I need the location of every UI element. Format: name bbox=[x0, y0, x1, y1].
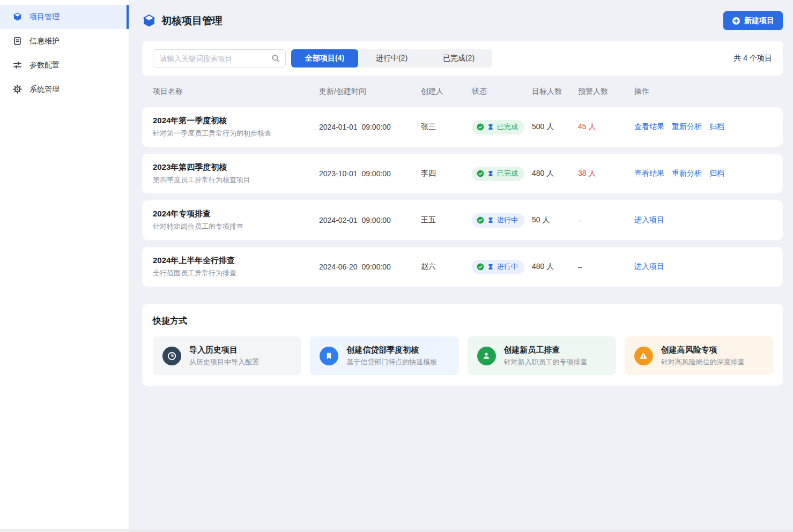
status-badge-label: 进行中 bbox=[497, 215, 518, 225]
shortcut-description: 从历史项目中导入配置 bbox=[189, 357, 259, 367]
project-name: 2023年第四季度初核 bbox=[153, 162, 319, 173]
project-description: 第四季度员工异常行为核查项目 bbox=[153, 175, 319, 185]
view-results-link[interactable]: 查看结果 bbox=[634, 122, 664, 132]
sidebar-item-project-management[interactable]: 项目管理 bbox=[0, 5, 129, 29]
status-badge: 进行中 bbox=[472, 213, 524, 228]
window-bottom-edge bbox=[0, 529, 793, 532]
target-count: 500 人 bbox=[532, 122, 578, 132]
shortcut-create-credit-dept-review[interactable]: 创建信贷部季度初核 基于信贷部门特点的快速模板 bbox=[310, 336, 458, 375]
project-description: 针对特定岗位员工的专项排查 bbox=[153, 222, 319, 231]
column-header-target: 目标人数 bbox=[532, 87, 578, 96]
status-badge-label: 已完成 bbox=[497, 122, 518, 132]
status-badge-label: 进行中 bbox=[497, 262, 518, 272]
column-header-time: 更新/创建时间 bbox=[319, 87, 421, 96]
sidebar-item-parameter-config[interactable]: 参数配置 bbox=[0, 53, 129, 77]
warning-count: – bbox=[578, 216, 634, 224]
view-results-link[interactable]: 查看结果 bbox=[634, 169, 664, 178]
bookmark-icon bbox=[320, 347, 338, 365]
project-time: 2024-06-20 09:00:00 bbox=[319, 263, 421, 271]
enter-project-link[interactable]: 进入项目 bbox=[634, 262, 664, 272]
shortcuts-panel: 快捷方式 导入历史项目 从历史项目中导入配置 bbox=[142, 304, 783, 386]
sidebar-item-label: 项目管理 bbox=[29, 12, 60, 22]
column-header-status: 状态 bbox=[472, 87, 532, 96]
target-count: 480 人 bbox=[532, 262, 578, 272]
project-time: 2024-01-01 09:00:00 bbox=[319, 123, 421, 131]
shortcut-create-high-risk-special[interactable]: 创建高风险专项 针对高风险岗位的深度排查 bbox=[625, 336, 773, 375]
project-creator: 张三 bbox=[421, 122, 472, 132]
status-badge-label: 已完成 bbox=[497, 169, 518, 178]
person-icon bbox=[477, 347, 496, 365]
check-circle-icon bbox=[477, 123, 484, 131]
shortcuts-title: 快捷方式 bbox=[153, 316, 773, 327]
hourglass-icon bbox=[487, 170, 494, 177]
search-box bbox=[153, 49, 286, 68]
project-name: 2024年上半年全行排查 bbox=[153, 256, 319, 266]
sidebar-item-info-maintenance[interactable]: 信息维护 bbox=[0, 29, 129, 53]
new-project-button[interactable]: 新建项目 bbox=[723, 11, 783, 30]
status-badge: 已完成 bbox=[472, 167, 524, 181]
warning-count: – bbox=[578, 263, 634, 271]
page-title: 初核项目管理 bbox=[161, 14, 223, 28]
hourglass-icon bbox=[487, 124, 494, 130]
shortcut-import-history[interactable]: 导入历史项目 从历史项目中导入配置 bbox=[153, 336, 301, 375]
shortcut-title: 创建新员工排查 bbox=[504, 345, 588, 355]
reanalyze-link[interactable]: 重新分析 bbox=[672, 122, 702, 132]
clock-icon bbox=[162, 347, 181, 365]
toolbar: 全部项目(4) 进行中(2) 已完成(2) 共 4 个项目 bbox=[142, 41, 783, 76]
sidebar-item-label: 系统管理 bbox=[29, 85, 60, 94]
column-header-name: 项目名称 bbox=[153, 87, 319, 96]
status-badge: 进行中 bbox=[472, 260, 524, 274]
cube-icon bbox=[142, 14, 156, 28]
table-row: 2024年专项排查 针对特定岗位员工的专项排查 2024-02-01 09:00… bbox=[142, 200, 783, 240]
sidebar-item-label: 信息维护 bbox=[29, 36, 60, 46]
hourglass-icon bbox=[487, 217, 494, 223]
project-time: 2024-02-01 09:00:00 bbox=[319, 216, 421, 224]
table-row: 2024年上半年全行排查 全行范围员工异常行为排查 2024-06-20 09:… bbox=[142, 247, 783, 287]
filter-tabs: 全部项目(4) 进行中(2) 已完成(2) bbox=[291, 49, 492, 68]
shortcut-create-new-employee-check[interactable]: 创建新员工排查 针对新入职员工的专项排查 bbox=[468, 336, 616, 375]
table-row: 2024年第一季度初核 针对第一季度员工异常行为的初步核查 2024-01-01… bbox=[142, 107, 783, 147]
tab-all-projects[interactable]: 全部项目(4) bbox=[291, 49, 358, 68]
warning-count: 45 人 bbox=[578, 122, 634, 132]
row-actions: 查看结果 重新分析 归档 bbox=[634, 169, 772, 178]
project-creator: 赵六 bbox=[421, 262, 472, 272]
project-creator: 李四 bbox=[421, 169, 472, 178]
archive-link[interactable]: 归档 bbox=[709, 169, 724, 178]
shortcut-description: 针对高风险岗位的深度排查 bbox=[661, 357, 745, 367]
tab-completed[interactable]: 已完成(2) bbox=[425, 49, 492, 68]
project-time: 2023-10-01 09:00:00 bbox=[319, 169, 421, 178]
search-icon bbox=[271, 54, 280, 63]
project-count-text: 共 4 个项目 bbox=[733, 54, 772, 63]
archive-link[interactable]: 归档 bbox=[709, 122, 724, 132]
sidebar-item-system-management[interactable]: 系统管理 bbox=[0, 77, 129, 101]
shortcut-description: 基于信贷部门特点的快速模板 bbox=[346, 357, 437, 367]
sliders-icon bbox=[13, 61, 22, 70]
warning-count: 38 人 bbox=[578, 169, 634, 178]
status-badge: 已完成 bbox=[472, 120, 524, 134]
tab-in-progress[interactable]: 进行中(2) bbox=[358, 49, 425, 68]
target-count: 50 人 bbox=[532, 215, 578, 225]
main-content: 初核项目管理 新建项目 全部项目(4) bbox=[129, 0, 793, 532]
project-description: 全行范围员工异常行为排查 bbox=[153, 268, 319, 278]
shortcut-title: 创建信贷部季度初核 bbox=[346, 345, 437, 355]
shortcut-description: 针对新入职员工的专项排查 bbox=[504, 357, 588, 367]
shortcuts-grid: 导入历史项目 从历史项目中导入配置 创建信贷部季度初核 基于信贷部门特点的快速模… bbox=[153, 336, 773, 375]
enter-project-link[interactable]: 进入项目 bbox=[634, 215, 664, 225]
column-header-actions: 操作 bbox=[634, 87, 772, 96]
plus-circle-icon bbox=[732, 17, 740, 25]
search-input[interactable] bbox=[153, 49, 286, 68]
gear-icon bbox=[13, 85, 22, 94]
reanalyze-link[interactable]: 重新分析 bbox=[672, 169, 702, 178]
target-count: 480 人 bbox=[532, 169, 578, 178]
new-project-button-label: 新建项目 bbox=[744, 16, 774, 26]
page-header: 初核项目管理 新建项目 bbox=[142, 0, 783, 41]
project-name: 2024年专项排查 bbox=[153, 209, 319, 219]
warning-icon bbox=[634, 347, 653, 365]
check-circle-icon bbox=[477, 216, 484, 224]
check-circle-icon bbox=[477, 263, 484, 271]
column-header-creator: 创建人 bbox=[421, 87, 472, 96]
document-icon bbox=[13, 36, 22, 46]
table-row: 2023年第四季度初核 第四季度员工异常行为核查项目 2023-10-01 09… bbox=[142, 154, 783, 193]
hourglass-icon bbox=[487, 264, 494, 270]
table-header: 项目名称 更新/创建时间 创建人 状态 目标人数 预警人数 操作 bbox=[142, 76, 783, 107]
